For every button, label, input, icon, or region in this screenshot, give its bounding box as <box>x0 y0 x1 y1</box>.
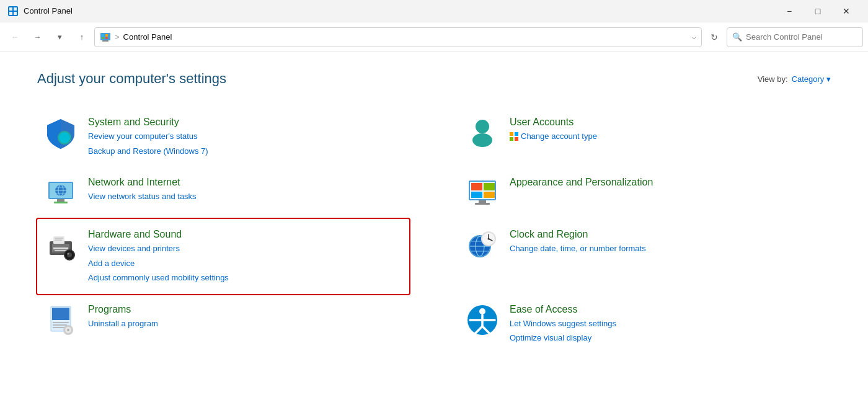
clock-region-title[interactable]: Clock and Region <box>510 229 646 240</box>
hardware-sound-link-3[interactable]: Adjust commonly used mobility settings <box>88 272 229 284</box>
category-system-security[interactable]: System and Security Review your computer… <box>37 107 409 167</box>
window-title: Control Panel <box>24 6 73 16</box>
network-internet-icon <box>45 177 77 209</box>
appearance-personalization-icon <box>466 177 498 209</box>
svg-rect-27 <box>57 199 64 202</box>
svg-rect-6 <box>102 34 104 37</box>
svg-rect-34 <box>484 192 495 198</box>
clock-region-text: Clock and Region Change date, time, or n… <box>510 229 646 255</box>
svg-rect-3 <box>9 12 12 15</box>
svg-rect-17 <box>515 132 518 136</box>
svg-rect-61 <box>52 308 69 320</box>
svg-rect-19 <box>515 137 518 141</box>
appearance-personalization-text: Appearance and Personalization <box>510 177 653 188</box>
programs-title[interactable]: Programs <box>88 304 158 315</box>
system-security-link-2[interactable]: Backup and Restore (Windows 7) <box>88 145 208 158</box>
svg-rect-16 <box>510 132 513 136</box>
forward-button[interactable]: → <box>27 27 47 47</box>
svg-rect-10 <box>102 40 108 42</box>
category-hardware-sound[interactable]: Hardware and Sound View devices and prin… <box>37 219 409 294</box>
svg-point-13 <box>476 120 489 133</box>
svg-point-44 <box>68 253 69 255</box>
svg-rect-5 <box>100 33 110 40</box>
user-accounts-text: User Accounts Change account type <box>510 117 597 143</box>
address-bar-cp-icon <box>100 32 111 43</box>
view-by-dropdown[interactable]: Category ▾ <box>792 74 831 84</box>
svg-rect-9 <box>105 37 108 39</box>
svg-point-70 <box>479 308 485 314</box>
maximize-button[interactable]: □ <box>804 0 832 22</box>
category-clock-region[interactable]: Clock and Region Change date, time, or n… <box>459 219 831 294</box>
header-row: Adjust your computer's settings View by:… <box>37 71 831 87</box>
network-internet-link-1[interactable]: View network status and tasks <box>88 190 197 203</box>
hardware-sound-title[interactable]: Hardware and Sound <box>88 229 229 240</box>
svg-rect-8 <box>102 37 104 39</box>
categories-grid: System and Security Review your computer… <box>37 107 831 354</box>
category-user-accounts[interactable]: User Accounts Change account type <box>459 107 831 167</box>
main-content: Adjust your computer's settings View by:… <box>0 52 868 410</box>
minimize-button[interactable]: − <box>775 0 804 22</box>
svg-point-58 <box>488 238 490 240</box>
svg-point-12 <box>59 132 70 143</box>
ease-of-access-icon <box>466 304 498 336</box>
network-internet-title[interactable]: Network and Internet <box>88 177 197 188</box>
hardware-sound-link-2[interactable]: Add a device <box>88 257 229 270</box>
programs-link-1[interactable]: Uninstall a program <box>88 318 158 330</box>
category-network-internet[interactable]: Network and Internet View network status… <box>37 167 409 219</box>
svg-rect-28 <box>54 202 68 203</box>
svg-rect-35 <box>479 200 486 203</box>
svg-rect-1 <box>9 7 12 11</box>
svg-rect-40 <box>55 250 67 251</box>
svg-rect-18 <box>510 137 513 141</box>
user-accounts-link-1[interactable]: Change account type <box>521 130 597 143</box>
svg-rect-2 <box>14 7 17 11</box>
clock-region-link-1[interactable]: Change date, time, or number formats <box>510 243 646 255</box>
refresh-button[interactable]: ↻ <box>704 27 724 47</box>
navigation-bar: ← → ▾ ↑ > Control Panel ⌵ ↻ 🔍 <box>0 22 868 52</box>
svg-rect-33 <box>471 192 482 198</box>
user-accounts-title[interactable]: User Accounts <box>510 117 597 128</box>
svg-rect-39 <box>53 247 68 249</box>
svg-rect-4 <box>14 12 17 15</box>
ease-of-access-title[interactable]: Ease of Access <box>510 304 616 315</box>
svg-point-14 <box>472 133 492 147</box>
control-panel-titlebar-icon <box>7 6 19 17</box>
address-chevron[interactable]: ⌵ <box>692 33 696 41</box>
search-box[interactable]: 🔍 <box>727 27 863 47</box>
up-button[interactable]: ↑ <box>72 27 92 47</box>
category-appearance-personalization[interactable]: Appearance and Personalization <box>459 167 831 219</box>
window-controls: − □ ✕ <box>775 0 861 22</box>
system-security-link-1[interactable]: Review your computer's status <box>88 130 208 143</box>
address-separator: > <box>115 32 120 42</box>
back-button[interactable]: ← <box>5 27 25 47</box>
category-programs[interactable]: Programs Uninstall a program <box>37 294 409 354</box>
programs-text: Programs Uninstall a program <box>88 304 158 330</box>
windows-logo-icon <box>510 132 518 141</box>
title-bar: Control Panel − □ ✕ <box>0 0 868 22</box>
search-input[interactable] <box>746 32 857 42</box>
view-by-label: View by: <box>758 74 788 84</box>
address-text: Control Panel <box>123 32 688 42</box>
history-dropdown-button[interactable]: ▾ <box>50 27 69 47</box>
category-ease-of-access[interactable]: Ease of Access Let Windows suggest setti… <box>459 294 831 354</box>
close-button[interactable]: ✕ <box>832 0 861 22</box>
hardware-sound-icon <box>45 229 77 261</box>
address-bar[interactable]: > Control Panel ⌵ <box>94 27 702 47</box>
svg-rect-7 <box>105 34 108 37</box>
clock-region-icon <box>466 229 498 261</box>
system-security-icon <box>45 117 77 149</box>
ease-of-access-link-1[interactable]: Let Windows suggest settings <box>510 318 616 330</box>
page-title: Adjust your computer's settings <box>37 71 226 87</box>
system-security-title[interactable]: System and Security <box>88 117 208 128</box>
ease-of-access-text: Ease of Access Let Windows suggest setti… <box>510 304 616 344</box>
hardware-sound-link-1[interactable]: View devices and printers <box>88 243 229 255</box>
ease-of-access-link-2[interactable]: Optimize visual display <box>510 332 616 344</box>
hardware-sound-text: Hardware and Sound View devices and prin… <box>88 229 229 284</box>
svg-rect-31 <box>471 183 482 190</box>
appearance-personalization-title[interactable]: Appearance and Personalization <box>510 177 653 188</box>
svg-point-68 <box>68 329 69 331</box>
search-icon: 🔍 <box>732 32 742 42</box>
svg-rect-32 <box>484 183 495 190</box>
user-accounts-icon <box>466 117 498 149</box>
view-by-control: View by: Category ▾ <box>758 74 831 84</box>
